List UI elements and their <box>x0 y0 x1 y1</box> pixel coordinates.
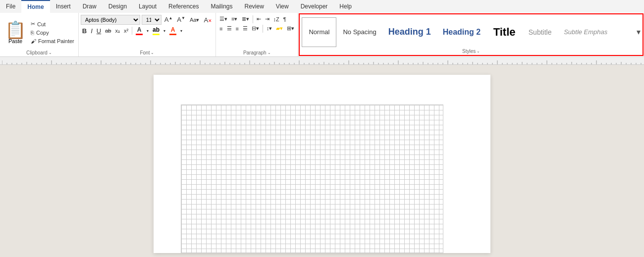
tab-help[interactable]: Help <box>333 0 358 13</box>
style-no-spacing[interactable]: No Spacing <box>337 17 381 47</box>
paste-label: Paste <box>8 38 22 44</box>
ruler: // ticks rendered via JS below <box>0 57 644 65</box>
change-case-btn[interactable]: Aa▾ <box>188 16 201 24</box>
text-color-dropdown[interactable]: ▾ <box>145 28 150 34</box>
tab-design[interactable]: Design <box>103 0 133 13</box>
tab-file[interactable]: File <box>0 0 21 13</box>
style-subtle-emphasis[interactable]: Subtle Emphas <box>558 17 613 47</box>
style-subtitle[interactable]: Subtitle <box>523 17 557 47</box>
paste-icon: 📋 <box>5 21 26 38</box>
clipboard-expand-icon[interactable]: ⌄ <box>49 51 52 55</box>
paste-button[interactable]: 📋 Paste <box>2 20 29 45</box>
style-title[interactable]: Title <box>487 17 522 47</box>
highlight-color-button[interactable]: ab <box>151 26 161 36</box>
strikethrough-button[interactable]: ab <box>104 27 112 35</box>
superscript-button[interactable]: x² <box>122 27 130 35</box>
tab-layout[interactable]: Layout <box>133 0 162 13</box>
increase-indent-btn[interactable]: ⇥ <box>264 15 271 23</box>
styles-expand-icon[interactable]: ⌄ <box>477 49 480 53</box>
font-color-dropdown[interactable]: ▾ <box>179 28 184 34</box>
style-heading1[interactable]: Heading 1 <box>383 17 436 47</box>
sort-btn[interactable]: ↕Z <box>272 15 281 23</box>
bold-button[interactable]: B <box>81 26 88 36</box>
tab-draw[interactable]: Draw <box>77 0 103 13</box>
text-color-button[interactable]: A <box>134 26 144 36</box>
document-grid <box>181 104 443 253</box>
increase-font-btn[interactable]: A▲ <box>163 15 174 24</box>
tab-insert[interactable]: Insert <box>50 0 77 13</box>
tab-review[interactable]: Review <box>239 0 270 13</box>
columns-btn[interactable]: ⊟▾ <box>250 24 261 33</box>
cut-icon: ✂ <box>31 21 35 27</box>
styles-group: Normal No Spacing Heading 1 Heading 2 Ti… <box>299 13 644 56</box>
decrease-indent-btn[interactable]: ⇤ <box>255 15 263 23</box>
bullet-list-btn[interactable]: ☰▾ <box>218 15 229 23</box>
line-spacing-btn[interactable]: ↕▾ <box>265 24 274 33</box>
tab-view[interactable]: View <box>270 0 295 13</box>
align-justify-btn[interactable]: ☰ <box>241 24 249 33</box>
style-heading2[interactable]: Heading 2 <box>437 17 486 47</box>
highlight-dropdown[interactable]: ▾ <box>162 28 167 34</box>
clipboard-group-label: Clipboard <box>26 50 48 55</box>
paragraph-group: ☰▾ ≡▾ ≣▾ ⇤ ⇥ ↕Z ¶ ≡ ☰ ≡ ☰ ⊟▾ ↕▾ <box>216 13 298 56</box>
paragraph-group-label: Paragraph <box>243 50 267 55</box>
document-page <box>154 75 490 253</box>
tab-home[interactable]: Home <box>21 0 50 13</box>
format-painter-icon: 🖌 <box>31 38 36 44</box>
copy-icon: ⎘ <box>31 30 34 36</box>
align-center-btn[interactable]: ☰ <box>225 24 233 33</box>
font-name-selector[interactable]: Aptos (Body) <box>81 15 140 25</box>
numbered-list-btn[interactable]: ≡▾ <box>230 15 239 23</box>
ruler-svg: // ticks rendered via JS below <box>2 57 642 64</box>
styles-expand-btn[interactable]: ▾ <box>637 27 641 37</box>
subscript-button[interactable]: x₂ <box>113 27 121 35</box>
copy-button[interactable]: ⎘ Copy <box>29 29 76 37</box>
cut-button[interactable]: ✂ Cut <box>29 20 76 28</box>
show-formatting-btn[interactable]: ¶ <box>282 15 288 23</box>
document-area[interactable] <box>0 65 644 257</box>
font-expand-icon[interactable]: ⌄ <box>151 51 154 55</box>
decrease-font-btn[interactable]: A▼ <box>175 15 187 24</box>
underline-button[interactable]: U <box>95 26 103 36</box>
align-left-btn[interactable]: ≡ <box>218 25 224 33</box>
align-right-btn[interactable]: ≡ <box>234 25 240 33</box>
borders-btn[interactable]: ⊞▾ <box>285 24 296 33</box>
styles-group-label: Styles <box>462 49 476 54</box>
multilevel-list-btn[interactable]: ≣▾ <box>240 15 251 23</box>
tab-references[interactable]: References <box>162 0 205 13</box>
font-group-label: Font <box>140 50 150 55</box>
tab-mailings[interactable]: Mailings <box>205 0 238 13</box>
shading-btn[interactable]: ▰▾ <box>274 24 284 33</box>
font-color-button[interactable]: A <box>168 26 178 36</box>
font-group: Aptos (Body) 11 A▲ A▼ Aa▾ A✕ B I U ab <box>79 13 216 56</box>
clipboard-group: 📋 Paste ✂ Cut ⎘ Copy <box>0 13 79 56</box>
format-painter-button[interactable]: 🖌 Format Painter <box>29 37 76 45</box>
italic-button[interactable]: I <box>89 26 94 36</box>
font-size-selector[interactable]: 11 <box>142 15 161 25</box>
style-normal[interactable]: Normal <box>302 17 336 47</box>
tab-developer[interactable]: Developer <box>295 0 334 13</box>
svg-rect-0 <box>2 57 642 64</box>
clear-formatting-btn[interactable]: A✕ <box>202 15 214 25</box>
paragraph-expand-icon[interactable]: ⌄ <box>268 51 271 55</box>
